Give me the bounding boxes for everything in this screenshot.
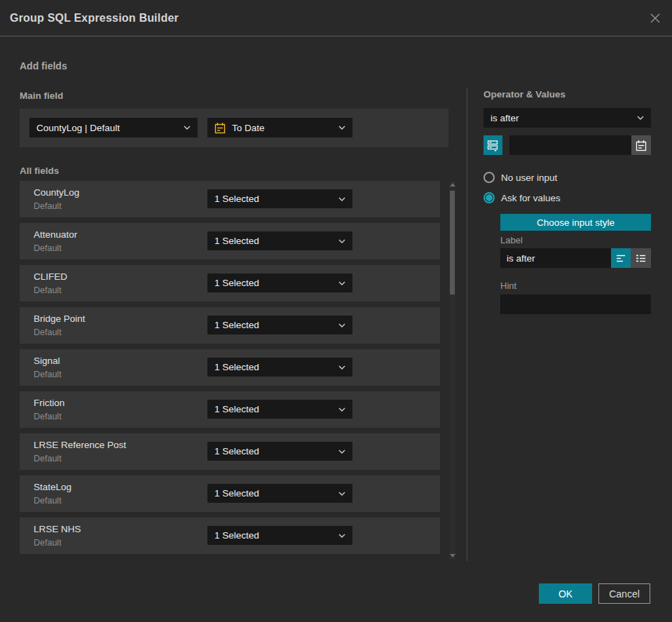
label-input-group [500,248,611,268]
chevron-down-icon [338,492,345,496]
align-left-icon [616,254,626,263]
radio-selected-icon [484,192,495,203]
chevron-down-icon [338,323,345,327]
all-fields-heading: All fields [20,165,59,176]
main-field-heading: Main field [20,90,63,101]
scroll-up-arrow-icon[interactable] [450,183,455,187]
add-fields-heading: Add fields [20,60,67,72]
chevron-down-icon [338,126,345,130]
label-heading: Label [500,235,523,245]
field-name: Attenuator [34,229,77,240]
field-name: Bridge Point [34,313,85,324]
value-input[interactable] [509,135,631,155]
all-fields-list: CountyLog Default 1 Selected Attenuator … [20,181,440,560]
field-subtitle: Default [34,243,62,253]
ok-button[interactable]: OK [539,583,592,604]
hint-heading: Hint [500,280,516,291]
field-row-lrse-nhs: LRSE NHS Default 1 Selected [20,518,440,554]
operator-dropdown[interactable]: is after [484,108,651,128]
list-icon [636,254,646,263]
label-style-list-button[interactable] [631,248,651,268]
chevron-down-icon [338,534,345,538]
date-picker-button[interactable] [631,135,651,155]
main-field-panel: CountyLog | Default To Date [20,109,448,147]
main-field-dropdown[interactable]: CountyLog | Default [29,118,198,137]
field-row-clifed: CLIFED Default 1 Selected [20,265,440,302]
operator-dropdown-value: is after [491,113,633,123]
radio-ask-for-values[interactable]: Ask for values [484,192,561,203]
label-input[interactable] [500,248,611,268]
field-selected-dropdown[interactable]: 1 Selected [207,526,352,545]
chevron-down-icon [184,126,191,130]
field-name: CLIFED [34,271,67,282]
chevron-down-icon [637,116,644,120]
field-row-statelog: StateLog Default 1 Selected [20,475,440,512]
hint-input-group [500,295,651,314]
field-row-friction: Friction Default 1 Selected [20,391,440,428]
field-row-countylog: CountyLog Default 1 Selected [20,181,440,217]
main-field-date-dropdown-value: To Date [232,123,334,133]
field-selected-dropdown[interactable]: 1 Selected [207,442,352,461]
group-sql-expression-builder-dialog: Group SQL Expression Builder Add fields … [0,0,672,622]
field-subtitle: Default [34,538,62,548]
field-subtitle: Default [34,412,62,421]
field-row-bridge-point: Bridge Point Default 1 Selected [20,307,440,344]
calendar-icon [636,140,647,151]
field-selected-dropdown[interactable]: 1 Selected [207,316,352,334]
scroll-down-arrow-icon[interactable] [450,554,455,557]
field-row-signal: Signal Default 1 Selected [20,349,440,386]
calendar-icon [214,122,226,134]
field-subtitle: Default [34,327,62,337]
close-button[interactable] [647,10,664,27]
field-name: LRSE Reference Post [34,440,126,450]
field-name: Friction [34,398,64,408]
field-selected-dropdown[interactable]: 1 Selected [207,189,352,208]
scrollbar-thumb[interactable] [450,191,455,295]
field-selected-dropdown[interactable]: 1 Selected [207,358,352,377]
field-subtitle: Default [34,454,62,464]
main-field-date-dropdown[interactable]: To Date [207,118,352,137]
close-icon [649,12,661,25]
field-name: Signal [34,356,60,366]
field-selected-dropdown[interactable]: 1 Selected [207,400,352,419]
dialog-title: Group SQL Expression Builder [10,12,179,25]
field-subtitle: Default [34,285,62,295]
field-selected-dropdown[interactable]: 1 Selected [207,484,352,503]
hint-input[interactable] [500,295,651,314]
list-scrollbar[interactable] [449,181,455,560]
title-bar: Group SQL Expression Builder [0,0,672,36]
operator-values-heading: Operator & Values [484,89,565,100]
value-input-group [509,135,651,155]
chevron-down-icon [338,239,345,243]
chevron-down-icon [338,197,345,201]
main-field-dropdown-value: CountyLog | Default [36,123,179,133]
field-row-attenuator: Attenuator Default 1 Selected [20,223,440,259]
choose-input-style-button[interactable]: Choose input style [500,214,651,231]
chevron-down-icon [338,449,345,454]
radio-icon [484,172,495,183]
value-source-button[interactable] [484,135,502,155]
label-style-text-button[interactable] [611,248,631,268]
chevron-down-icon [338,407,345,412]
stacked-values-icon [487,140,499,151]
field-row-lrse-reference-post: LRSE Reference Post Default 1 Selected [20,433,440,470]
vertical-divider [467,88,467,561]
field-selected-dropdown[interactable]: 1 Selected [207,231,352,250]
chevron-down-icon [338,281,345,285]
field-selected-dropdown[interactable]: 1 Selected [207,273,352,292]
cancel-button[interactable]: Cancel [598,583,650,604]
field-subtitle: Default [34,201,62,211]
field-subtitle: Default [34,496,62,506]
field-name: CountyLog [34,187,79,198]
radio-no-user-input[interactable]: No user input [484,172,557,183]
field-name: StateLog [34,482,71,492]
field-name: LRSE NHS [34,524,81,534]
chevron-down-icon [338,365,345,370]
field-subtitle: Default [34,370,62,379]
